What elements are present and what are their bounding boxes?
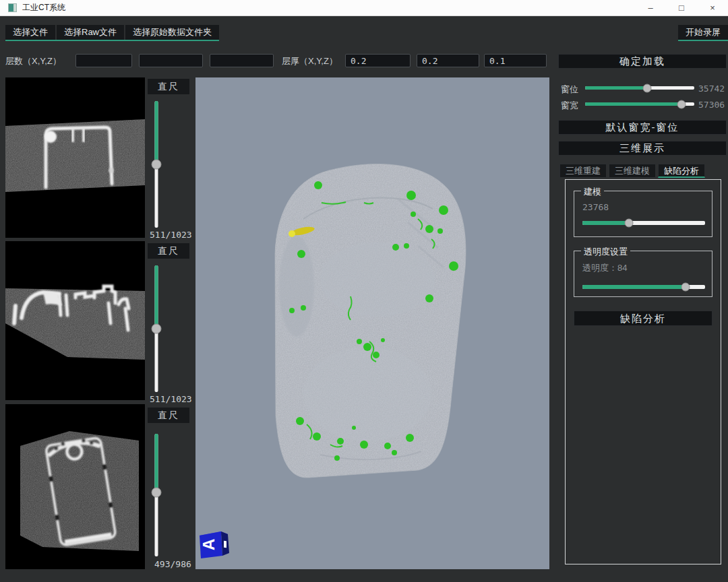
viewport-3d-image: A	[195, 77, 549, 569]
slice-position-3: 493/986	[154, 559, 191, 569]
opacity-slider[interactable]	[582, 285, 705, 289]
slider-handle[interactable]	[643, 84, 652, 92]
slider-fill	[585, 102, 681, 106]
file-toolbar: 选择文件 选择Raw文件 选择原始数据文件夹	[5, 25, 219, 41]
confirm-load-button[interactable]: 确定加载	[558, 54, 727, 69]
maximize-icon[interactable]: □	[666, 0, 697, 16]
default-window-button[interactable]: 默认窗宽-窗位	[558, 120, 727, 135]
window-width-slider[interactable]	[585, 102, 694, 106]
slider-fill	[154, 101, 158, 164]
slider-fill	[154, 265, 158, 329]
ct-slice-image-1	[5, 77, 145, 238]
window-level-label: 窗位	[561, 84, 578, 96]
select-raw-folder-button[interactable]: 选择原始数据文件夹	[125, 25, 219, 40]
layer-count-z-input[interactable]	[210, 54, 274, 67]
ruler-button-1[interactable]: 直尺	[148, 79, 189, 94]
tab-defect-analysis[interactable]: 缺陷分析	[658, 164, 705, 178]
ct-slice-view-1[interactable]	[5, 77, 145, 238]
layer-count-x-input[interactable]	[75, 54, 132, 67]
ruler-button-2[interactable]: 直尺	[148, 243, 189, 259]
slider-fill	[154, 434, 158, 492]
slider-handle[interactable]	[151, 488, 161, 498]
slice-slider-2[interactable]	[151, 265, 161, 392]
modeling-slider[interactable]	[582, 221, 705, 225]
slider-handle[interactable]	[625, 219, 634, 228]
slider-fill	[582, 285, 686, 289]
ct-slice-image-3	[5, 404, 145, 569]
window-level-value: 35742	[698, 84, 725, 94]
window-width-value: 57306	[698, 100, 725, 110]
display-3d-button[interactable]: 三维展示	[558, 141, 727, 156]
start-record-button[interactable]: 开始录屏	[678, 25, 728, 40]
slider-fill	[582, 221, 629, 225]
slider-handle[interactable]	[677, 100, 686, 108]
tab-3d-reconstruction[interactable]: 三维重建	[559, 164, 607, 178]
defect-analysis-button[interactable]: 缺陷分析	[574, 311, 712, 326]
modeling-group: 建模 23768	[574, 191, 712, 237]
orientation-letter: A	[200, 539, 218, 550]
viewport-3d[interactable]: A	[195, 77, 549, 569]
slice-position-1: 511/1023	[150, 230, 192, 240]
ct-slice-view-2[interactable]	[5, 241, 145, 400]
modeling-group-title: 建模	[581, 186, 604, 198]
close-icon[interactable]: ×	[697, 0, 728, 16]
modeling-value: 23768	[582, 202, 609, 212]
app-icon	[8, 3, 17, 12]
layer-thickness-z-input[interactable]	[484, 54, 547, 67]
record-toolbar: 开始录屏	[678, 25, 728, 41]
layer-thickness-y-input[interactable]	[417, 54, 479, 67]
tab-3d-modeling[interactable]: 三维建模	[609, 164, 656, 178]
slice-slider-1[interactable]	[151, 101, 161, 228]
opacity-group-title: 透明度设置	[581, 246, 630, 258]
orientation-cube: A	[200, 531, 229, 558]
analysis-tabbar: 三维重建 三维建模 缺陷分析	[559, 164, 705, 178]
select-file-button[interactable]: 选择文件	[5, 25, 55, 40]
window-level-slider[interactable]	[585, 86, 694, 90]
defect-analysis-tabpage: 建模 23768 透明度设置 透明度：84 缺陷分析	[565, 179, 721, 564]
layer-count-y-input[interactable]	[139, 54, 203, 67]
opacity-value-label: 透明度：84	[582, 262, 627, 274]
slice-position-2: 511/1023	[150, 394, 192, 404]
window-width-label: 窗宽	[561, 100, 578, 112]
slider-fill	[585, 86, 647, 90]
minimize-icon[interactable]: –	[635, 0, 666, 16]
slider-handle[interactable]	[151, 324, 161, 334]
window-controls: – □ ×	[635, 0, 728, 16]
window-title: 工业CT系统	[22, 2, 65, 13]
layer-thickness-label: 层厚（X,Y,Z）	[282, 55, 338, 67]
ct-slice-image-2	[5, 241, 145, 400]
scanned-object	[275, 164, 466, 478]
select-raw-file-button[interactable]: 选择Raw文件	[57, 25, 124, 40]
layer-thickness-x-input[interactable]	[345, 54, 411, 67]
ct-slice-view-3[interactable]	[5, 404, 145, 569]
slice-slider-3[interactable]	[151, 434, 161, 556]
slider-handle[interactable]	[681, 283, 690, 292]
ruler-button-3[interactable]: 直尺	[148, 408, 189, 423]
slider-handle[interactable]	[151, 160, 161, 170]
titlebar: 工业CT系统 – □ ×	[0, 0, 728, 16]
opacity-group: 透明度设置 透明度：84	[574, 251, 712, 297]
layer-count-label: 层数（X,Y,Z）	[5, 55, 61, 67]
